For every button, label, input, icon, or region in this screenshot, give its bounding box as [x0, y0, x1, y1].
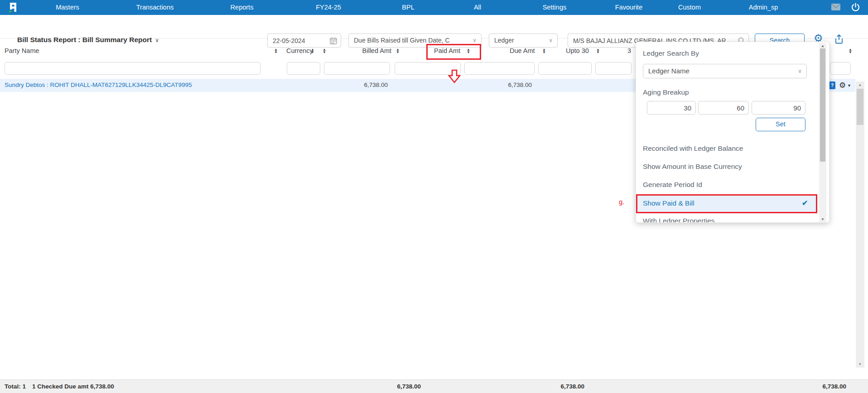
col-header-party-name: Party Name — [5, 47, 39, 54]
col-header-upto-30: Upto 30 — [566, 47, 589, 54]
row-party-name-link[interactable]: Sundry Debtos : ROHIT DHALL-MAT627129LLK… — [5, 81, 192, 88]
power-icon[interactable] — [851, 3, 860, 14]
search-by-select[interactable]: Ledger ∨ — [489, 34, 558, 48]
row-help-icon[interactable]: ? — [829, 81, 835, 89]
menu-item-generate-period-id[interactable]: Generate Period Id — [643, 181, 702, 189]
ledger-search-by-select[interactable]: Ledger Name ∨ — [643, 64, 807, 78]
report-settings-panel: Ledger Search By Ledger Name ∨ Aging Bre… — [636, 42, 829, 223]
title-chevron-down-icon[interactable]: ∨ — [155, 37, 159, 43]
menu-item-show-amount-in-base-currency[interactable]: Show Amount in Base Currency — [643, 163, 742, 171]
filter-input-party[interactable] — [5, 62, 260, 75]
col-header-billed-amt: Billed Amt — [346, 47, 391, 54]
date-field[interactable] — [267, 34, 341, 48]
app-logo[interactable] — [7, 1, 19, 15]
nav-item-favourite[interactable]: Favourite — [615, 0, 642, 15]
nav-item-custom[interactable]: Custom — [678, 0, 701, 15]
nav-item-user[interactable]: Admin_sp — [749, 0, 778, 15]
bill-type-value: Due Bills Raised till Given Date, C — [354, 37, 450, 44]
aging-input-3[interactable] — [752, 101, 805, 115]
top-navbar: Masters Transactions Reports FY24-25 BPL… — [0, 0, 868, 15]
filter-input-last[interactable] — [830, 62, 851, 75]
panel-scrollbar-thumb[interactable] — [820, 48, 825, 162]
export-share-icon[interactable] — [834, 34, 844, 46]
footer-total-count: Total: 1 — [5, 383, 26, 390]
filter-input-aging2[interactable] — [595, 62, 632, 75]
menu-item-with-ledger-properties[interactable]: With Ledger Properties — [643, 217, 715, 223]
nav-item-reports[interactable]: Reports — [231, 0, 254, 15]
filter-input-upto30[interactable] — [538, 62, 592, 75]
footer-billed-total: 6,738.00 — [357, 383, 421, 390]
nav-item-transactions[interactable]: Transactions — [136, 0, 174, 15]
aging-input-1[interactable] — [647, 101, 696, 115]
page-scrollbar[interactable]: ▲ ▼ — [856, 81, 864, 368]
mail-icon[interactable] — [831, 3, 841, 13]
sort-icon-party[interactable]: ▲▼ — [274, 48, 278, 54]
aging-breakup-label: Aging Breakup — [643, 88, 689, 96]
chevron-down-icon: ∨ — [798, 68, 802, 74]
report-toolbar: Bill Status Report : Bill Summary Report… — [0, 15, 868, 38]
row-due-amt: 6,738.00 — [468, 81, 532, 88]
filter-input-currency[interactable] — [287, 62, 320, 75]
nav-item-branch[interactable]: BPL — [402, 0, 414, 15]
nav-item-masters[interactable]: Masters — [56, 0, 79, 15]
page-scrollbar-thumb[interactable] — [857, 89, 863, 125]
sort-icon-last[interactable]: ▲▼ — [849, 48, 852, 54]
nav-item-financial-year[interactable]: FY24-25 — [316, 0, 341, 15]
ledger-search-by-value: Ledger Name — [648, 67, 690, 75]
annotation-box-show-paid-and-bill — [636, 194, 817, 213]
col-header-aging-partial: 3 — [627, 47, 631, 54]
nav-item-all[interactable]: All — [474, 0, 481, 15]
filter-input-due[interactable] — [464, 62, 535, 75]
page-scroll-up-icon[interactable]: ▲ — [856, 83, 864, 87]
aging-input-2[interactable] — [698, 101, 749, 115]
col-header-paid-amt: Paid Amt — [434, 47, 460, 54]
page-title-text: Bill Status Report : Bill Summary Report — [17, 36, 152, 43]
totals-footer: Total: 1 1 Checked Due amt 6,738.00 6,73… — [0, 379, 868, 393]
search-by-value: Ledger — [494, 37, 514, 44]
col-header-currency: Currency — [286, 47, 313, 54]
sort-icon-billed[interactable]: ▲▼ — [396, 48, 400, 54]
row-gear-caret-icon[interactable]: ▾ — [848, 83, 850, 88]
menu-item-reconciled-with-ledger-balance[interactable]: Reconciled with Ledger Balance — [643, 144, 743, 153]
page-scroll-down-icon[interactable]: ▼ — [856, 362, 864, 366]
footer-checked-summary: 1 Checked Due amt 6,738.00 — [32, 383, 114, 390]
annotation-g-label: g. — [619, 198, 624, 206]
sort-icon-currency[interactable]: ▲▼ — [311, 48, 314, 54]
row-gear-icon[interactable]: ⚙ — [839, 81, 846, 90]
panel-scroll-up-icon[interactable]: ▲ — [819, 44, 826, 48]
calendar-icon[interactable] — [330, 37, 337, 46]
row-billed-amt: 6,738.00 — [324, 81, 388, 88]
panel-scroll-down-icon[interactable]: ▼ — [819, 217, 826, 221]
filter-input-billed[interactable] — [324, 62, 390, 75]
ledger-search-by-label: Ledger Search By — [643, 49, 699, 58]
annotation-arrow-down — [447, 69, 462, 86]
sort-icon-due[interactable]: ▲▼ — [542, 48, 546, 54]
set-button[interactable]: Set — [756, 118, 805, 131]
chevron-down-icon: ∨ — [473, 37, 477, 43]
footer-grand-total: 6,738.00 — [783, 383, 846, 390]
sort-icon-extra[interactable]: ▲▼ — [323, 48, 326, 54]
col-header-due-amt: Due Amt — [510, 47, 535, 54]
panel-scrollbar[interactable]: ▲ ▼ — [819, 43, 826, 222]
sort-icon-upto30[interactable]: ▲▼ — [596, 48, 600, 54]
nav-item-settings[interactable]: Settings — [543, 0, 566, 15]
page-title[interactable]: Bill Status Report : Bill Summary Report… — [17, 36, 159, 44]
chevron-down-icon: ∨ — [549, 37, 553, 43]
footer-due-total: 6,738.00 — [521, 383, 584, 390]
sort-icon-paid[interactable]: ▲▼ — [467, 48, 470, 54]
